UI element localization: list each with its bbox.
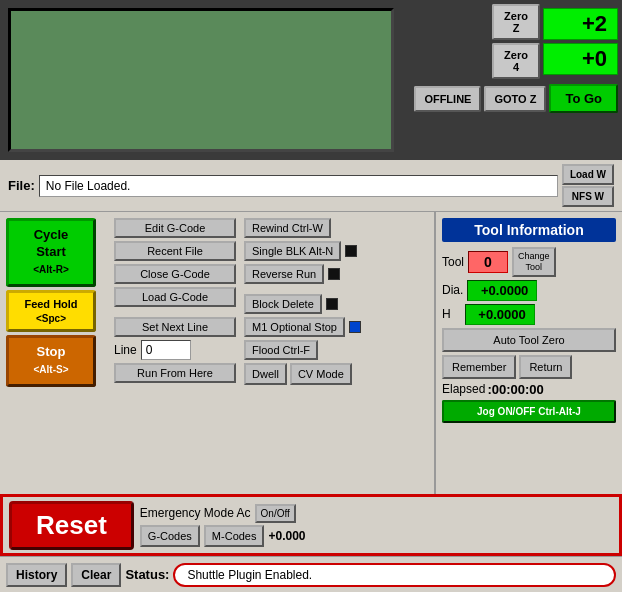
- remember-button[interactable]: Remember: [442, 355, 516, 379]
- m1-optional-button[interactable]: M1 Optional Stop: [244, 317, 345, 337]
- feed-hold-button[interactable]: Feed Hold<Spc>: [6, 290, 96, 333]
- change-tool-button[interactable]: ChangeTool: [512, 247, 556, 277]
- reverse-run-indicator: [328, 268, 340, 280]
- to-go-button[interactable]: To Go: [549, 84, 618, 113]
- reverse-run-button[interactable]: Reverse Run: [244, 264, 324, 284]
- tool-info-header: Tool Information: [442, 218, 616, 242]
- set-next-line-button[interactable]: Set Next Line: [114, 317, 236, 337]
- dwell-button[interactable]: Dwell: [244, 363, 287, 385]
- rewind-button[interactable]: Rewind Ctrl-W: [244, 218, 331, 238]
- emergency-label: Emergency Mode Ac: [140, 506, 251, 520]
- mcodes-button[interactable]: M-Codes: [204, 525, 265, 547]
- offline-button[interactable]: OFFLINE: [414, 86, 481, 112]
- cv-mode-button[interactable]: CV Mode: [290, 363, 352, 385]
- dia-label: Dia.: [442, 283, 463, 297]
- flood-button[interactable]: Flood Ctrl-F: [244, 340, 318, 360]
- top-right-panel: ZeroZ Zero4 +2 +0 OFFLINE GOTO Z To Go: [402, 0, 622, 160]
- elapsed-label: Elapsed: [442, 382, 485, 396]
- line-row: Line: [114, 340, 236, 360]
- load-gcode-button[interactable]: Load G-Code: [114, 287, 236, 307]
- jog-button[interactable]: Jog ON/OFF Ctrl-Alt-J: [442, 400, 616, 423]
- onoff-button[interactable]: On/Off: [255, 504, 296, 523]
- clear-button[interactable]: Clear: [71, 563, 121, 587]
- display-canvas: [8, 8, 394, 152]
- elapsed-row: Elapsed :00:00:00: [442, 382, 616, 397]
- value-display-plus0: +0: [543, 43, 618, 75]
- zero-buttons-row: ZeroZ Zero4 +2 +0: [402, 4, 618, 79]
- load-w-button[interactable]: Load W: [562, 164, 614, 185]
- status-label: Status:: [125, 567, 169, 582]
- block-delete-button[interactable]: Block Delete: [244, 294, 322, 314]
- single-blk-button[interactable]: Single BLK Alt-N: [244, 241, 341, 261]
- close-gcode-button[interactable]: Close G-Code: [114, 264, 236, 284]
- run-from-here-button[interactable]: Run From Here: [114, 363, 236, 383]
- zero-z-button[interactable]: ZeroZ: [492, 4, 540, 40]
- single-blk-indicator: [345, 245, 357, 257]
- file-bar: File: No File Loaded. Load W NFS W: [0, 160, 622, 212]
- cycle-start-button[interactable]: Cycle Start<Alt-R>: [6, 218, 96, 287]
- middle-controls: Rewind Ctrl-W Single BLK Alt-N Reverse R…: [240, 212, 434, 494]
- h-label: H: [442, 307, 451, 321]
- status-bar: History Clear Status: Shuttle Plugin Ena…: [0, 556, 622, 592]
- elapsed-value: :00:00:00: [487, 382, 543, 397]
- gcodes-button[interactable]: G-Codes: [140, 525, 200, 547]
- file-path-display: No File Loaded.: [39, 175, 558, 197]
- main-window: ZeroZ Zero4 +2 +0 OFFLINE GOTO Z To Go F…: [0, 0, 622, 592]
- reset-button[interactable]: Reset: [9, 501, 134, 550]
- tool-label: Tool: [442, 255, 464, 269]
- top-section: ZeroZ Zero4 +2 +0 OFFLINE GOTO Z To Go: [0, 0, 622, 160]
- auto-tool-zero-button[interactable]: Auto Tool Zero: [442, 328, 616, 352]
- h-value: +0.0000: [465, 304, 535, 325]
- plus-value: +0.000: [268, 529, 305, 543]
- panels-row: Cycle Start<Alt-R> Feed Hold<Spc> Stop<A…: [0, 212, 622, 494]
- tool-value: 0: [468, 251, 508, 273]
- value-display-plus2: +2: [543, 8, 618, 40]
- history-button[interactable]: History: [6, 563, 67, 587]
- block-delete-indicator: [326, 298, 338, 310]
- edit-gcode-button[interactable]: Edit G-Code: [114, 218, 236, 238]
- recent-file-button[interactable]: Recent File: [114, 241, 236, 261]
- gcode-controls: Edit G-Code Recent File Close G-Code Loa…: [110, 212, 240, 494]
- reset-bar: Reset Emergency Mode Ac On/Off G-Codes M…: [0, 494, 622, 556]
- line-label: Line: [114, 343, 137, 357]
- line-input[interactable]: [141, 340, 191, 360]
- zero-4-button[interactable]: Zero4: [492, 43, 540, 79]
- goto-z-button[interactable]: GOTO Z: [484, 86, 546, 112]
- dia-value: +0.0000: [467, 280, 537, 301]
- left-controls: Cycle Start<Alt-R> Feed Hold<Spc> Stop<A…: [0, 212, 110, 494]
- status-message: Shuttle Plugin Enabled.: [173, 563, 616, 587]
- emergency-info: Emergency Mode Ac On/Off G-Codes M-Codes…: [140, 504, 613, 547]
- stop-button[interactable]: Stop<Alt-S>: [6, 335, 96, 387]
- tool-info-panel: Tool Information Tool 0 ChangeTool Dia. …: [434, 212, 622, 494]
- return-button[interactable]: Return: [519, 355, 572, 379]
- m1-optional-indicator: [349, 321, 361, 333]
- file-label: File:: [8, 178, 35, 193]
- nfs-w-button[interactable]: NFS W: [562, 186, 614, 207]
